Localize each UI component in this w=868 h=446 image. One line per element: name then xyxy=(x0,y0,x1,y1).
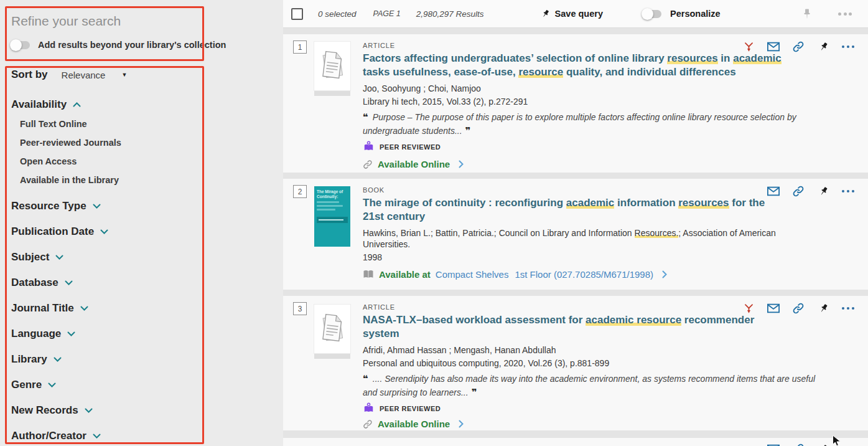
chevron-down-icon xyxy=(100,229,108,234)
close-quote-icon: ❞ xyxy=(465,125,471,136)
facet-genre[interactable]: Genre xyxy=(11,379,56,391)
close-quote-icon: ❞ xyxy=(472,387,477,397)
permalink-icon xyxy=(792,443,805,446)
permalink-icon xyxy=(792,185,805,197)
chevron-right-icon xyxy=(459,160,464,168)
more-actions-button[interactable] xyxy=(842,45,854,49)
facet-library[interactable]: Library xyxy=(11,353,62,366)
sort-dropdown[interactable]: Relevance xyxy=(62,70,106,80)
permalink-button[interactable] xyxy=(792,302,805,315)
availability-link[interactable]: Available at Compact Shelves 1st Floor (… xyxy=(363,269,854,280)
citation-trail-button[interactable] xyxy=(742,41,755,53)
pin-results-icon[interactable] xyxy=(801,7,813,20)
refine-search-title: Refine your search xyxy=(11,14,121,29)
more-actions-button[interactable] xyxy=(842,307,854,310)
select-all-checkbox[interactable] xyxy=(291,8,303,20)
email-button[interactable] xyxy=(767,186,780,196)
page-indicator: PAGE 1 xyxy=(373,9,401,18)
more-actions-icon xyxy=(841,307,856,310)
permalink-button[interactable] xyxy=(792,40,805,53)
result-title-link[interactable]: NASA-TLX–based workload assessment for a… xyxy=(363,313,854,341)
availability-status: Available Online xyxy=(378,419,450,429)
pushpin-icon xyxy=(818,186,829,197)
facet-database[interactable]: Database xyxy=(11,277,73,289)
link-icon xyxy=(363,159,373,169)
more-actions-icon xyxy=(841,190,856,193)
caret-down-icon[interactable]: ▼ xyxy=(121,72,127,78)
peer-reviewed-icon xyxy=(363,402,375,414)
permalink-button[interactable] xyxy=(792,185,805,197)
toggle-knob xyxy=(10,39,22,51)
result-title-link[interactable]: The mirage of continuity : reconfiguring… xyxy=(363,196,854,224)
pin-record-button[interactable] xyxy=(817,444,829,446)
facet-label: New Records xyxy=(11,404,78,417)
permalink-button[interactable] xyxy=(792,443,805,446)
facet-item-full-text-online[interactable]: Full Text Online xyxy=(20,119,87,129)
citation-trail-icon xyxy=(743,303,755,315)
result-actions xyxy=(730,302,854,315)
book-cover-thumbnail: The Mirage of Continuity: xyxy=(314,186,350,247)
chevron-down-icon xyxy=(67,331,75,336)
result-actions xyxy=(730,40,854,53)
result-title-link[interactable]: Factors affecting undergraduates’ select… xyxy=(363,52,854,79)
pushpin-icon xyxy=(540,9,551,19)
facet-item-available-in-library[interactable]: Available in the Library xyxy=(20,175,119,185)
facet-item-peer-reviewed[interactable]: Peer-reviewed Journals xyxy=(20,138,121,148)
expand-results-toggle-row: Add results beyond your library's collec… xyxy=(11,40,226,50)
facet-language[interactable]: Language xyxy=(11,328,75,340)
expand-results-toggle-label: Add results beyond your library's collec… xyxy=(38,40,226,50)
chevron-right-icon xyxy=(459,420,464,428)
facet-availability[interactable]: Availability xyxy=(11,98,81,111)
more-options-icon[interactable] xyxy=(837,12,853,16)
email-icon xyxy=(767,186,780,196)
availability-call-number[interactable]: 1st Floor (027.70285/M671/1998) xyxy=(515,269,653,280)
availability-status: Available Online xyxy=(378,159,450,169)
facet-journal-title[interactable]: Journal Title xyxy=(11,302,88,315)
facet-new-records[interactable]: New Records xyxy=(11,404,93,417)
result-snippet: ❝Purpose – The purpose of this paper is … xyxy=(363,110,854,138)
chevron-down-icon xyxy=(65,280,73,285)
chevron-down-icon xyxy=(48,382,56,387)
facet-author-creator[interactable]: Author/Creator xyxy=(11,430,101,442)
facet-label: Resource Type xyxy=(11,200,86,212)
result-number-badge: 2 xyxy=(293,185,307,198)
mouse-cursor xyxy=(832,435,841,446)
facet-label: Library xyxy=(11,353,47,366)
save-query-button[interactable]: Save query xyxy=(540,9,603,19)
snippet-text: .... Serendipity has also made its way i… xyxy=(363,374,815,397)
facet-label: Language xyxy=(11,328,61,340)
chevron-down-icon xyxy=(55,255,63,260)
facet-label: Database xyxy=(11,277,58,289)
email-button[interactable] xyxy=(767,303,780,313)
refine-sidebar: Refine your search Add results beyond yo… xyxy=(0,0,283,446)
open-quote-icon: ❝ xyxy=(363,373,368,384)
save-query-label: Save query xyxy=(555,9,603,19)
availability-location-link[interactable]: Compact Shelves xyxy=(436,269,509,280)
more-actions-button[interactable] xyxy=(842,190,854,193)
permalink-icon xyxy=(792,302,805,315)
facet-label: Journal Title xyxy=(11,302,74,315)
pin-record-button[interactable] xyxy=(817,186,829,197)
citation-trail-button[interactable] xyxy=(742,303,755,315)
availability-link[interactable]: Available Online xyxy=(363,419,854,429)
citation-trail-icon xyxy=(743,41,755,53)
permalink-icon xyxy=(792,40,805,53)
email-button[interactable] xyxy=(767,42,780,52)
result-card-1: 1 ARTICLE Factors affecting underg xyxy=(283,34,868,173)
chevron-up-icon xyxy=(73,102,81,107)
personalize-control[interactable]: Personalize xyxy=(643,9,721,19)
facet-resource-type[interactable]: Resource Type xyxy=(11,200,101,212)
library-search-results-page: Refine your search Add results beyond yo… xyxy=(0,0,868,446)
result-card-4-partial xyxy=(283,438,868,446)
personalize-toggle[interactable] xyxy=(643,10,661,18)
peer-reviewed-label: PEER REVIEWED xyxy=(380,143,441,151)
toolbar-right-actions xyxy=(801,7,853,20)
pin-record-button[interactable] xyxy=(817,41,829,53)
availability-link[interactable]: Available Online xyxy=(363,159,854,169)
facet-publication-date[interactable]: Publication Date xyxy=(11,225,108,238)
results-toolbar: 0 selected PAGE 1 2,980,297 Results Save… xyxy=(283,0,868,28)
facet-subject[interactable]: Subject xyxy=(11,251,63,263)
facet-item-open-access[interactable]: Open Access xyxy=(20,156,77,166)
pin-record-button[interactable] xyxy=(817,303,829,315)
expand-results-toggle[interactable] xyxy=(11,41,30,49)
